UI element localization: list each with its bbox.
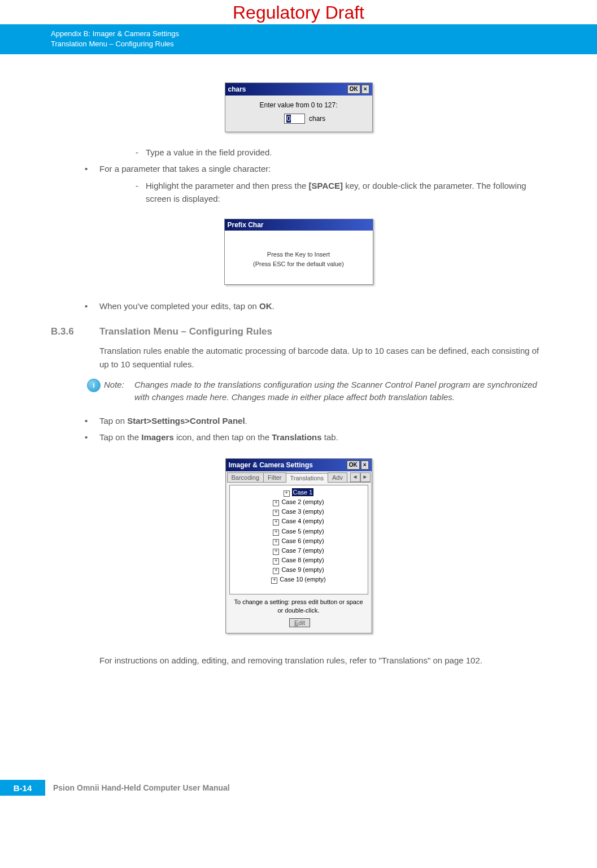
tree-item-case-9[interactable]: +Case 9 (empty) [232,565,365,575]
tab-barcoding[interactable]: Barcoding [227,472,264,482]
chars-unit: chars [309,115,325,123]
watermark: Regulatory Draft [0,0,597,24]
tab-advanced[interactable]: Adv [328,472,347,482]
expand-icon[interactable]: + [273,568,279,574]
prefix-line-2: (Press ESC for the default value) [232,259,366,269]
tree-item-case-6[interactable]: +Case 6 (empty) [232,536,365,546]
tab-filter[interactable]: Filter [263,472,286,482]
expand-icon[interactable]: + [273,519,279,526]
section-title: Translation Menu – Configuring Rules [99,326,272,337]
tree-item-case-7[interactable]: +Case 7 (empty) [232,546,365,555]
prefix-char-dialog: Prefix Char Press the Key to Insert (Pre… [224,219,373,285]
chars-prompt: Enter value from 0 to 127: [232,101,365,109]
expand-icon[interactable]: + [273,500,279,506]
tree-item-case-4[interactable]: +Case 4 (empty) [232,517,365,526]
expand-icon[interactable]: + [273,549,279,555]
header-line-1: Appendix B: Imager & Camera Settings [51,29,588,39]
expand-icon[interactable]: + [273,558,279,565]
section-body: Translation rules enable the automatic p… [51,344,546,371]
imager-settings-dialog: Imager & Camera Settings OK × Barcoding … [225,458,372,633]
tree-item-case-1[interactable]: +Case 1 [232,488,365,497]
ok-button[interactable]: OK [347,85,360,94]
expand-icon[interactable]: + [273,539,279,545]
step-highlight: Highlight the parameter and then press t… [136,179,546,206]
tab-scroll-right-icon[interactable]: ► [360,472,371,482]
header-line-2: Translation Menu – Configuring Rules [51,39,588,49]
step-type-value: Type a value in the field provided. [136,146,546,159]
chars-input[interactable]: 0 [284,114,306,124]
step-completed: When you've completed your edits, tap on… [85,300,546,313]
info-icon: i [87,379,101,392]
expand-icon[interactable]: + [284,491,290,497]
expand-icon[interactable]: + [273,530,279,536]
step-single-char: For a parameter that takes a single char… [85,162,546,175]
section-number: B.3.6 [51,326,99,337]
chars-dialog-title: chars [228,85,246,93]
close-button[interactable]: × [361,85,369,94]
hint-text: To change a setting: press edit button o… [229,594,368,617]
tree-item-case-2[interactable]: +Case 2 (empty) [232,497,365,507]
prefix-line-1: Press the Key to Insert [232,250,366,259]
close-button[interactable]: × [361,461,369,470]
chars-dialog: chars OK × Enter value from 0 to 127: 0 … [225,83,373,132]
after-text: For instructions on adding, editing, and… [51,654,546,667]
step-start-settings: Tap on Start>Settings>Control Panel. [85,414,546,427]
page-number: B-14 [0,780,45,796]
note-label: Note: [104,379,134,404]
ok-button[interactable]: OK [347,461,360,470]
expand-icon[interactable]: + [273,510,279,516]
tab-translations[interactable]: Translations [286,473,329,483]
manual-title: Psion Omnii Hand-Held Computer User Manu… [45,780,230,796]
prefix-dialog-title: Prefix Char [228,221,264,229]
tree-item-case-5[interactable]: +Case 5 (empty) [232,527,365,536]
tree-item-case-10[interactable]: +Case 10 (empty) [232,575,365,584]
expand-icon[interactable]: + [271,578,277,584]
note-text: Changes made to the translations configu… [134,379,546,404]
page-header: Appendix B: Imager & Camera Settings Tra… [0,24,597,54]
tree-item-case-8[interactable]: +Case 8 (empty) [232,555,365,565]
imager-dialog-title: Imager & Camera Settings [229,461,313,469]
step-imagers-icon: Tap on the Imagers icon, and then tap on… [85,431,546,444]
tree-item-case-3[interactable]: +Case 3 (empty) [232,507,365,517]
tab-scroll-left-icon[interactable]: ◄ [350,472,360,482]
edit-button[interactable]: Edit [289,618,310,627]
case-tree[interactable]: +Case 1 +Case 2 (empty) +Case 3 (empty) … [229,485,368,594]
